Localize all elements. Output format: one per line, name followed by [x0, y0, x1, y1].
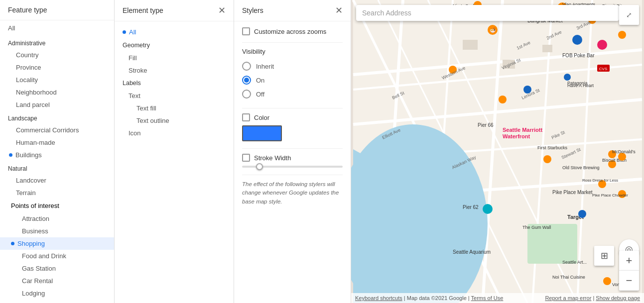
- visibility-label: Visibility: [242, 48, 343, 55]
- feature-item-food-and-drink[interactable]: Food and Drink: [0, 250, 114, 262]
- visibility-on-radio[interactable]: [242, 76, 251, 85]
- customize-across-zooms-checkbox[interactable]: [242, 27, 250, 35]
- divider-3: [242, 148, 343, 149]
- svg-text:Noi Thai Cuisine: Noi Thai Cuisine: [552, 275, 585, 280]
- feature-item-business[interactable]: Business: [0, 225, 114, 237]
- map-footer: Keyboard shortcuts | Map data ©2021 Goog…: [351, 293, 644, 303]
- feature-item-commercial-corridors[interactable]: Commercial Corridors: [0, 124, 114, 136]
- feature-item-buildings[interactable]: Buildings: [0, 149, 114, 161]
- feature-item-attraction[interactable]: Attraction: [0, 212, 114, 225]
- stylers-title: Stylers: [242, 6, 263, 14]
- element-item-text[interactable]: Text: [115, 90, 234, 102]
- divider-1: [242, 42, 343, 43]
- stylers-content: Customize across zooms Visibility Inheri…: [234, 21, 351, 303]
- stroke-width-header: Stroke Width: [242, 154, 343, 162]
- svg-text:The Gum Wall: The Gum Wall: [522, 225, 551, 230]
- element-item-fill[interactable]: Fill: [115, 52, 234, 64]
- feature-item-gas-station[interactable]: Gas Station: [0, 262, 114, 275]
- divider-2: [242, 108, 343, 108]
- feature-type-panel: Feature type All Administrative Country …: [0, 0, 115, 303]
- element-type-close-button[interactable]: ✕: [218, 6, 226, 15]
- feature-item-lodging[interactable]: Lodging: [0, 287, 114, 300]
- color-checkbox[interactable]: [242, 113, 250, 121]
- feature-item-all[interactable]: All: [0, 20, 114, 36]
- svg-text:First Starbucks: First Starbucks: [537, 145, 568, 150]
- element-item-all[interactable]: All: [115, 25, 234, 39]
- customize-zooms-label: Customize across zooms: [254, 28, 326, 35]
- visibility-inherit-option[interactable]: Inherit: [242, 59, 343, 73]
- feature-item-province[interactable]: Province: [0, 61, 114, 74]
- svg-point-80: [603, 277, 611, 285]
- svg-point-60: [578, 210, 586, 218]
- svg-text:Seattle Art...: Seattle Art...: [562, 260, 587, 265]
- active-dot-shopping-icon: [11, 242, 14, 245]
- svg-point-62: [483, 204, 493, 214]
- color-header: Color: [242, 113, 343, 121]
- svg-text:CVS: CVS: [599, 67, 607, 71]
- footer-right: Report a map error | Show debug page: [545, 295, 640, 301]
- search-bar: Search Address: [356, 5, 619, 21]
- feature-item-country[interactable]: Country: [0, 49, 114, 61]
- element-item-text-fill[interactable]: Text fill: [115, 102, 234, 114]
- visibility-off-label: Off: [256, 91, 264, 98]
- feature-item-landcover[interactable]: Landcover: [0, 174, 114, 187]
- feature-item-points-of-interest[interactable]: Points of interest: [0, 199, 114, 212]
- visibility-section: Visibility Inherit On Off: [242, 48, 343, 101]
- feature-item-car-rental[interactable]: Car Rental: [0, 275, 114, 287]
- stroke-width-label: Stroke Width: [254, 154, 291, 162]
- visibility-off-option[interactable]: Off: [242, 87, 343, 101]
- stylers-header: Stylers ✕: [234, 0, 351, 21]
- stylers-panel: Stylers ✕ Customize across zooms Visibil…: [234, 0, 351, 303]
- element-all-dot-icon: [123, 30, 126, 34]
- customize-zooms-header: Customize across zooms: [242, 27, 343, 35]
- svg-rect-17: [527, 224, 577, 264]
- svg-text:Pier 66: Pier 66: [478, 122, 494, 128]
- map-top-controls: ⤢: [619, 5, 639, 25]
- stylers-close-button[interactable]: ✕: [335, 6, 343, 15]
- feature-section-landscape: Landscape: [0, 111, 114, 124]
- element-item-icon[interactable]: Icon: [115, 127, 234, 139]
- stylers-note: The effect of the following stylers will…: [242, 175, 343, 206]
- svg-point-65: [564, 74, 571, 81]
- visibility-inherit-radio[interactable]: [242, 62, 251, 71]
- svg-text:Seattle Aquarium: Seattle Aquarium: [453, 249, 491, 255]
- stroke-width-checkbox[interactable]: [242, 154, 250, 162]
- fullscreen-button[interactable]: ⤢: [619, 5, 639, 25]
- svg-point-26: [618, 31, 626, 39]
- svg-rect-18: [463, 40, 478, 50]
- feature-item-terrain[interactable]: Terrain: [0, 187, 114, 199]
- svg-text:Waterfront: Waterfront: [503, 133, 530, 139]
- color-swatch[interactable]: [242, 125, 282, 141]
- copyright: Map data ©2021 Google: [407, 295, 467, 301]
- feature-item-shopping[interactable]: Shopping: [0, 237, 114, 250]
- svg-point-61: [543, 155, 551, 163]
- svg-text:Pier 62: Pier 62: [463, 204, 479, 210]
- element-type-panel: Element type ✕ All Geometry Fill Stroke …: [115, 0, 234, 303]
- feature-item-human-made[interactable]: Human-made: [0, 136, 114, 149]
- svg-point-31: [597, 40, 607, 50]
- zoom-in-button[interactable]: +: [619, 251, 639, 271]
- element-item-text-outline[interactable]: Text outline: [115, 114, 234, 127]
- color-row: Color: [242, 113, 343, 141]
- element-item-stroke[interactable]: Stroke: [115, 64, 234, 77]
- visibility-on-option[interactable]: On: [242, 73, 343, 87]
- stroke-width-slider-thumb[interactable]: [256, 163, 263, 170]
- visibility-off-radio[interactable]: [242, 90, 251, 99]
- svg-text:Old Stove Brewing: Old Stove Brewing: [562, 165, 600, 170]
- svg-text:McDonald's: McDonald's: [612, 149, 636, 154]
- keyboard-shortcuts[interactable]: Keyboard shortcuts: [355, 295, 402, 301]
- debug-page[interactable]: Show debug page: [596, 295, 640, 301]
- terms-of-use[interactable]: Terms of Use: [471, 295, 504, 301]
- element-type-title: Element type: [123, 6, 163, 14]
- element-type-header: Element type ✕: [115, 0, 234, 21]
- active-dot-icon: [9, 153, 12, 157]
- customize-across-zooms-row: Customize across zooms: [242, 27, 343, 35]
- feature-item-land-parcel[interactable]: Land parcel: [0, 99, 114, 111]
- street-view-button[interactable]: ⊞: [594, 246, 614, 266]
- feature-item-locality[interactable]: Locality: [0, 74, 114, 86]
- zoom-out-button[interactable]: −: [619, 271, 639, 291]
- report-error[interactable]: Report a map error: [545, 295, 591, 301]
- footer-left: Keyboard shortcuts | Map data ©2021 Goog…: [355, 295, 503, 301]
- feature-item-neighborhood[interactable]: Neighborhood: [0, 86, 114, 99]
- stroke-width-slider-track: [242, 166, 343, 168]
